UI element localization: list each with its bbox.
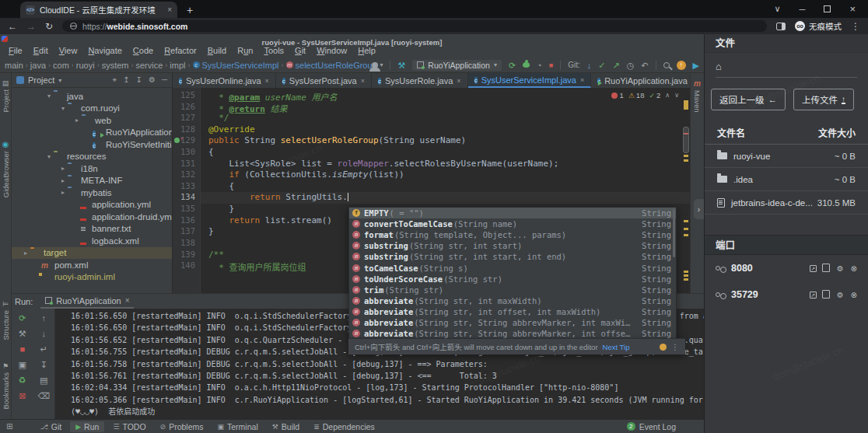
next-tip-link[interactable]: Next Tip [603, 343, 630, 351]
popup-scrollbar[interactable] [673, 209, 675, 257]
menu-help[interactable]: Help [352, 44, 381, 58]
thread-dump-icon[interactable]: ▣ [19, 360, 26, 370]
tree-item-logback-xml[interactable]: logback.xml [12, 235, 172, 247]
tree-expand-arrow-icon[interactable]: ▸ [58, 177, 68, 184]
tree-item-resources[interactable]: ▾resources [12, 151, 172, 163]
tip-menu-kebab-icon[interactable]: ⋮ [671, 343, 679, 351]
breadcrumb-item[interactable]: service [136, 61, 163, 70]
breadcrumb-item[interactable]: main [5, 61, 23, 70]
git-push-icon[interactable]: ↗ [612, 60, 619, 71]
tree-item-com-ruoyi[interactable]: ▾com.ruoyi [12, 103, 172, 115]
project-settings-gear-icon[interactable]: ⚙ [149, 75, 156, 85]
panel-collapse-handle[interactable]: › [694, 199, 704, 219]
menu-navigate[interactable]: Navigate [82, 44, 127, 58]
statusbar-dependencies[interactable]: ≣Dependencies [308, 421, 380, 432]
back-icon[interactable]: ← [8, 21, 17, 32]
clear-console-icon[interactable]: ⌫ [37, 391, 50, 401]
toolwindow-project-tab[interactable]: ▤ Project [0, 79, 11, 113]
back-up-level-button[interactable]: 返回上一级← [711, 89, 786, 110]
git-update-icon[interactable]: ↓ [587, 60, 592, 71]
completion-item-substring[interactable]: msubstring(String str, int start, int en… [349, 251, 676, 262]
port-settings-gear-icon[interactable]: ⚙ [837, 291, 844, 299]
url-text[interactable]: https://webide.sinosoft.com [82, 22, 187, 31]
tab-close-icon[interactable]: × [580, 76, 584, 84]
tree-item-web[interactable]: ▸web [12, 114, 172, 127]
hide-panel-icon[interactable]: ─ [162, 75, 167, 85]
rerun-icon[interactable]: ⟳ [509, 60, 516, 71]
file-row-jetbrains-idea-c-de---[interactable]: jetbrains-idea-c-de...310.5 MB [705, 191, 868, 215]
tree-item-target[interactable]: ▸target [12, 247, 172, 260]
open-in-browser-icon[interactable]: ↗ [810, 292, 817, 299]
stop-process-icon[interactable]: ■ [19, 344, 25, 354]
file-row-ruoyi-vue[interactable]: ruoyi-vue~ 0 B [705, 145, 868, 168]
exit-icon[interactable]: ⊠ [19, 391, 26, 401]
search-everywhere-icon[interactable] [663, 62, 670, 68]
tree-item-ruoyi-admin-iml[interactable]: ruoyi-admin.iml [12, 271, 172, 284]
restart-icon[interactable]: ♻ [19, 375, 26, 386]
completion-item-format[interactable]: mformat(String template, Object... param… [349, 229, 676, 240]
upload-file-button[interactable]: 上传文件↑ [793, 89, 854, 110]
open-in-browser-icon[interactable]: ↗ [810, 265, 817, 272]
window-maximize-button[interactable] [824, 5, 831, 12]
tree-item-banner-txt[interactable]: banner.txt [12, 223, 172, 236]
editor-tab-ruoyiapplication-java[interactable]: cRuoYiApplication.java× [591, 73, 702, 88]
statusbar-build[interactable]: ⚒Build [267, 421, 305, 432]
tree-item-ruoyiservletinitialize[interactable]: cRuoYiServletInitialize [12, 138, 172, 151]
print-icon[interactable]: ▤ [40, 375, 47, 386]
build-hammer-icon[interactable]: ⚒ [397, 60, 405, 71]
breadcrumb-method[interactable]: mselectUserRoleGroup [286, 61, 373, 70]
scroll-up-icon[interactable]: ↑ [42, 313, 47, 323]
tree-item-application-druid-yml[interactable]: application-druid.yml [12, 211, 172, 223]
tree-expand-arrow-icon[interactable]: ▾ [58, 105, 68, 112]
menu-code[interactable]: Code [128, 44, 159, 58]
editor-tab-sysuseronline-java[interactable]: cSysUserOnline.java× [173, 73, 276, 88]
reload-icon[interactable]: ↻ [45, 21, 53, 32]
tree-item-pom-xml[interactable]: mpom.xml [12, 259, 172, 271]
toolwindow-maven-tab[interactable]: m Maven [691, 79, 704, 113]
completion-item-abbreviate[interactable]: mabbreviate(String str, String abbrevMar… [349, 317, 676, 328]
soft-wrap-icon[interactable]: ↵ [40, 344, 47, 354]
breadcrumb-item[interactable]: ruoyi [76, 61, 95, 70]
event-log-button[interactable]: 2 Event Log [627, 422, 676, 431]
tree-item-i18n[interactable]: ▸i18n [12, 162, 172, 175]
tree-item-mybatis[interactable]: ▸mybatis [12, 187, 172, 199]
locate-file-icon[interactable]: ⌖ [113, 75, 117, 85]
menu-file[interactable]: File [3, 44, 28, 58]
error-stripe-scrollbar[interactable] [684, 88, 689, 293]
expand-all-icon[interactable]: ↥ [123, 75, 129, 85]
git-commit-icon[interactable]: ✓ [598, 60, 605, 71]
statusbar-problems[interactable]: ⊘Problems [155, 421, 209, 432]
run-configuration-select[interactable]: RuoYiApplication ▾ [412, 60, 502, 71]
tree-expand-arrow-icon[interactable]: ▸ [58, 189, 68, 196]
project-view-select[interactable]: Project ▾ [16, 75, 61, 85]
ide-feature-play-icon[interactable]: ▶ [693, 60, 699, 71]
completion-item-tounderscorecase[interactable]: mtoUnderScoreCase(String str)String [349, 274, 676, 285]
rollback-icon[interactable]: ↶ [641, 60, 648, 71]
menu-git[interactable]: Git [289, 44, 311, 58]
tree-item-ruoyiapplication[interactable]: cRuoYiApplication [12, 127, 172, 139]
close-port-icon[interactable]: ⊗ [851, 291, 857, 299]
user-account-icon[interactable]: ▾ [372, 61, 383, 68]
forward-icon[interactable]: → [26, 21, 36, 32]
rerun-application-icon[interactable]: ⟳ [19, 313, 26, 323]
menu-run[interactable]: Run [232, 44, 258, 58]
tree-expand-arrow-icon[interactable]: ▾ [44, 93, 54, 100]
toolwindow-structure-tab[interactable]: ⊨ Structure [0, 300, 11, 340]
menu-edit[interactable]: Edit [28, 44, 54, 58]
window-menu-chevron-icon[interactable]: ∨ [775, 4, 781, 14]
address-bar[interactable]: https://webide.sinosoft.com [62, 20, 767, 32]
copy-port-icon[interactable] [824, 292, 830, 299]
completion-item-empty[interactable]: fEMPTY ( = "")String [349, 208, 676, 218]
prev-problem-icon[interactable]: ∧ [665, 92, 670, 99]
port-settings-gear-icon[interactable]: ⚙ [837, 264, 844, 273]
copy-port-icon[interactable] [824, 265, 830, 272]
editor-tab-sysuserserviceimpl-java[interactable]: cSysUserServiceImpl.java× [468, 73, 592, 88]
window-close-button[interactable]: × [849, 3, 856, 15]
tree-item-java[interactable]: ▾java [12, 90, 172, 103]
tab-close-icon[interactable]: × [265, 77, 269, 85]
close-port-icon[interactable]: ⊗ [851, 264, 857, 273]
tab-close-icon[interactable]: × [457, 77, 460, 85]
scroll-to-end-icon[interactable]: ↧ [40, 360, 47, 370]
editor-tab-sysuserpost-java[interactable]: cSysUserPost.java× [276, 73, 372, 88]
run-settings-wrench-icon[interactable]: ⚒ [19, 329, 26, 339]
